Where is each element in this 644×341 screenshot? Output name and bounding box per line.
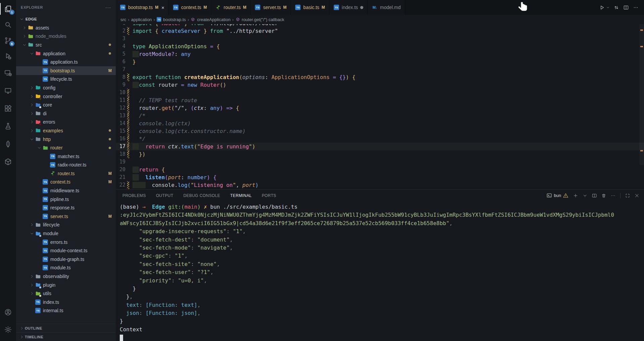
tree-item-controller[interactable]: controller <box>16 92 116 101</box>
tree-item-matcher.ts[interactable]: TSmatcher.ts <box>16 152 116 161</box>
tree-item-context.ts[interactable]: TScontext.tsM <box>16 178 116 187</box>
tab-basic.ts[interactable]: TSbasic.tsM <box>291 0 329 15</box>
code-line-7[interactable]: 7 <box>116 66 644 73</box>
tree-item-bootstrap.ts[interactable]: TSbootstrap.tsM <box>16 66 116 75</box>
activity-item-settings[interactable] <box>0 321 16 338</box>
code-line-4[interactable]: 4type ApplicationOptions = { <box>116 43 644 50</box>
tree-item-errors.ts[interactable]: TSerrors.ts <box>16 238 116 247</box>
code-line-14[interactable]: 14 console.log(ctx) <box>116 120 644 127</box>
tree-item-radix-router.ts[interactable]: TSradix-router.ts <box>16 161 116 169</box>
code-line-9[interactable]: 9 const router = new Router() <box>116 81 644 89</box>
tree-item-application.ts[interactable]: TSapplication.ts <box>16 58 116 66</box>
run-file-icon[interactable] <box>598 4 605 11</box>
code-line-12[interactable]: 12 router.get("/", (ctx: any) => { <box>116 104 644 112</box>
code-line-22[interactable]: 22 console.log("Listening on", port) <box>116 181 644 189</box>
tab-model.md[interactable]: M↓model.md <box>368 0 405 15</box>
code-line-16[interactable]: 16 */ <box>116 135 644 143</box>
activity-item-run-debug[interactable] <box>0 48 16 64</box>
sidebar-section-timeline[interactable]: TIMELINE <box>16 332 116 341</box>
activity-item-containers[interactable] <box>0 153 16 170</box>
activity-item-testing[interactable] <box>0 117 16 135</box>
code-editor[interactable]: 1import { Router } from "../http/router/… <box>116 24 644 189</box>
explorer-more-icon[interactable]: ··· <box>105 5 111 10</box>
code-line-5[interactable]: 5 rootModule?: any <box>116 50 644 58</box>
split-terminal-icon[interactable] <box>591 192 598 199</box>
tree-root-edge[interactable]: EDGE <box>16 15 116 23</box>
tree-item-lifecycle.ts[interactable]: TSlifecycle.ts <box>16 75 116 84</box>
panel-tab-terminal[interactable]: TERMINAL <box>230 190 252 201</box>
tree-item-src[interactable]: src <box>16 41 116 49</box>
tree-item-utils[interactable]: utils <box>16 289 116 298</box>
code-line-6[interactable]: 6} <box>116 58 644 66</box>
code-line-10[interactable]: 10 <box>116 89 644 96</box>
code-line-11[interactable]: 11 // TEMP test route <box>116 96 644 104</box>
tab-server.ts[interactable]: TSserver.tsM <box>251 0 291 15</box>
more-actions-icon[interactable] <box>632 4 639 11</box>
code-line-8[interactable]: 8export function createApplication(optio… <box>116 73 644 81</box>
tree-item-di[interactable]: di <box>16 109 116 118</box>
close-panel-icon[interactable] <box>633 192 641 199</box>
run-dropdown-icon[interactable] <box>606 4 610 11</box>
code-line-21[interactable]: 21 listen(port: number) { <box>116 174 644 181</box>
tree-item-plugin[interactable]: plugin <box>16 281 116 289</box>
tree-item-assets[interactable]: assets <box>16 23 116 32</box>
tree-item-module-graph.ts[interactable]: TSmodule-graph.ts <box>16 255 116 264</box>
activity-item-account[interactable] <box>0 303 16 321</box>
tree-item-server.ts[interactable]: TSserver.tsM <box>16 212 116 221</box>
tree-item-response.ts[interactable]: TSresponse.ts <box>16 203 116 212</box>
panel-tab-ports[interactable]: PORTS <box>262 190 276 201</box>
tab-bootstrap.ts[interactable]: TSbootstrap.tsM× <box>116 0 169 15</box>
terminal-output[interactable]: (base) → Edge git:(main) ✗ bun ./src/exa… <box>116 201 644 341</box>
code-line-13[interactable]: 13 /* <box>116 112 644 120</box>
tree-item-lifecycle[interactable]: lifecycle <box>16 221 116 229</box>
code-line-20[interactable]: 20 return { <box>116 166 644 174</box>
tab-index.ts[interactable]: TSindex.ts <box>329 0 368 15</box>
code-line-3[interactable]: 3 <box>116 35 644 43</box>
code-line-15[interactable]: 15 console.log(ctx.constructor.name) <box>116 127 644 135</box>
tree-item-examples[interactable]: examples <box>16 126 116 135</box>
tree-item-pipline.ts[interactable]: TSpipline.ts <box>16 195 116 204</box>
terminal-profile-bun[interactable]: bun <box>546 193 569 198</box>
code-line-19[interactable]: 19 <box>116 158 644 166</box>
kill-terminal-icon[interactable] <box>600 192 607 199</box>
run-or-debug-icon[interactable] <box>612 4 620 11</box>
activity-item-mongodb[interactable] <box>0 135 16 153</box>
editor-scrollbar[interactable] <box>639 24 644 165</box>
breadcrumb-item[interactable]: application <box>131 17 152 22</box>
breadcrumb-item[interactable]: createApplication <box>191 17 230 22</box>
tree-item-module-context.ts[interactable]: TSmodule-context.ts <box>16 246 116 255</box>
tab-router.ts[interactable]: router.tsM <box>211 0 251 15</box>
code-line-17[interactable]: 17 return ctx.text("Edge is running") <box>116 143 644 150</box>
panel-tab-problems[interactable]: PROBLEMS <box>122 190 146 201</box>
tree-item-router.ts[interactable]: router.tsM <box>16 169 116 178</box>
tree-item-observability[interactable]: observability <box>16 272 116 281</box>
activity-item-remote-explorer[interactable] <box>0 82 16 99</box>
activity-item-source-control[interactable]: 6 <box>0 32 16 48</box>
maximize-panel-icon[interactable] <box>624 192 631 199</box>
breadcrumb-item[interactable]: src <box>120 17 126 22</box>
panel-tab-output[interactable]: OUTPUT <box>156 190 173 201</box>
code-line-18[interactable]: 18 }) <box>116 150 644 158</box>
tab-context.ts[interactable]: TScontext.tsM <box>169 0 211 15</box>
tree-item-router[interactable]: router <box>16 143 116 152</box>
close-tab-icon[interactable]: × <box>161 5 164 10</box>
activity-item-search[interactable] <box>0 17 16 32</box>
tree-item-core[interactable]: core <box>16 100 116 109</box>
breadcrumb-item[interactable]: TSbootstrap.ts <box>157 17 186 22</box>
tree-item-module.ts[interactable]: TSmodule.ts <box>16 264 116 272</box>
tree-item-node_modules[interactable]: node_modules <box>16 32 116 41</box>
code-line-1[interactable]: 1import { Router } from "../http/router/… <box>116 24 644 27</box>
tree-item-errors[interactable]: errors <box>16 118 116 127</box>
activity-item-extensions[interactable] <box>0 99 16 117</box>
sidebar-section-outline[interactable]: OUTLINE <box>16 324 116 332</box>
activity-item-remote[interactable] <box>0 64 16 82</box>
more-icon[interactable] <box>609 192 617 199</box>
new-terminal-icon[interactable] <box>572 192 579 199</box>
tree-item-internal.ts[interactable]: TSinternal.ts <box>16 306 116 315</box>
tree-item-module[interactable]: module <box>16 229 116 238</box>
tree-item-config[interactable]: config <box>16 83 116 92</box>
tree-item-application[interactable]: application <box>16 49 116 58</box>
activity-item-explorer[interactable]: 1 <box>0 1 16 17</box>
terminal-dropdown-icon[interactable] <box>581 192 589 199</box>
tree-item-middleware.ts[interactable]: TSmiddleware.ts <box>16 186 116 195</box>
